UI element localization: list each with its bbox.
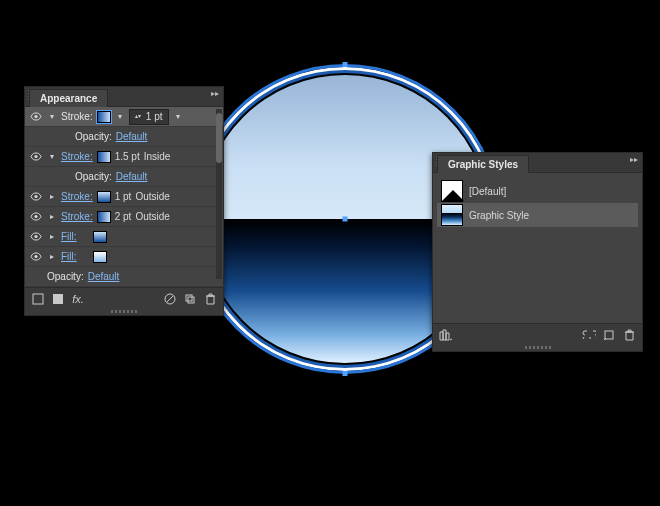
selection-handle[interactable] (343, 217, 348, 222)
graphic-styles-body: [Default] Graphic Style (433, 173, 642, 323)
duplicate-item-icon[interactable] (183, 292, 197, 306)
swatch-dropdown-icon[interactable]: ▾ (115, 112, 125, 121)
svg-rect-7 (53, 294, 63, 304)
stroke-align-value: Outside (135, 191, 169, 202)
appearance-row-opacity[interactable]: Opacity: Default (25, 167, 223, 187)
svg-rect-12 (605, 331, 613, 339)
scrollbar[interactable] (216, 109, 222, 279)
stroke-weight-value: 1 pt (146, 111, 163, 122)
delete-style-icon[interactable] (622, 328, 636, 342)
graphic-styles-panel: Graphic Styles ▸▸ [Default] Graphic Styl… (432, 152, 643, 352)
stroke-label: Stroke: (61, 111, 93, 122)
panel-collapse-icon[interactable]: ▸▸ (211, 89, 219, 98)
svg-point-2 (34, 195, 37, 198)
stroke-label[interactable]: Stroke: (61, 211, 93, 222)
chevron-right-icon[interactable]: ▸ (47, 252, 57, 261)
panel-collapse-icon[interactable]: ▸▸ (630, 155, 638, 164)
appearance-footer: fx. (25, 287, 223, 309)
svg-rect-6 (33, 294, 43, 304)
delete-item-icon[interactable] (203, 292, 217, 306)
svg-point-4 (34, 235, 37, 238)
style-name: [Default] (469, 186, 506, 197)
svg-rect-10 (186, 295, 192, 301)
style-name: Graphic Style (469, 210, 529, 221)
selection-handle[interactable] (343, 62, 348, 67)
stroke-label[interactable]: Stroke: (61, 151, 93, 162)
visibility-icon[interactable] (29, 150, 43, 164)
tab-appearance[interactable]: Appearance (29, 89, 108, 107)
chevron-down-icon[interactable]: ▾ (47, 112, 57, 121)
panel-resize-grip[interactable] (25, 309, 223, 315)
fill-label[interactable]: Fill: (61, 251, 77, 262)
appearance-row-stroke[interactable]: ▾ Stroke: ▾ ▴▾ 1 pt ▾ (25, 107, 223, 127)
opacity-label: Opacity: (75, 131, 112, 142)
tab-graphic-styles[interactable]: Graphic Styles (437, 155, 529, 173)
scrollbar-thumb[interactable] (216, 113, 222, 163)
stroke-weight-value: 2 pt (115, 211, 132, 222)
graphic-styles-footer (433, 323, 642, 345)
opacity-value[interactable]: Default (116, 171, 148, 182)
opacity-label: Opacity: (75, 171, 112, 182)
appearance-row-opacity[interactable]: Opacity: Default (25, 127, 223, 147)
clear-appearance-icon[interactable] (163, 292, 177, 306)
stroke-swatch[interactable] (97, 191, 111, 203)
new-style-icon[interactable] (602, 328, 616, 342)
stroke-weight-stepper[interactable]: ▴▾ 1 pt (129, 109, 169, 125)
stroke-swatch[interactable] (97, 111, 111, 123)
chevron-right-icon[interactable]: ▸ (47, 232, 57, 241)
stepper-arrows-icon[interactable]: ▴▾ (135, 114, 143, 119)
opacity-value[interactable]: Default (116, 131, 148, 142)
svg-point-1 (34, 155, 37, 158)
panel-resize-grip[interactable] (433, 345, 642, 351)
styles-library-menu-icon[interactable] (439, 328, 453, 342)
svg-point-0 (34, 115, 37, 118)
appearance-panel: Appearance ▸▸ ▾ Stroke: ▾ ▴▾ 1 pt ▾ Opac… (24, 86, 224, 316)
chevron-right-icon[interactable]: ▸ (47, 212, 57, 221)
panel-tabbar[interactable]: Graphic Styles ▸▸ (433, 153, 642, 173)
stroke-align-value: Outside (135, 211, 169, 222)
fill-swatch[interactable] (93, 251, 107, 263)
graphic-style-item[interactable]: [Default] (437, 179, 638, 203)
visibility-icon[interactable] (29, 210, 43, 224)
stroke-align-value: Inside (144, 151, 171, 162)
appearance-row-fill[interactable]: ▸ Fill: (25, 247, 223, 267)
svg-point-5 (34, 255, 37, 258)
stroke-swatch[interactable] (97, 151, 111, 163)
opacity-value[interactable]: Default (88, 271, 120, 282)
add-fill-icon[interactable] (51, 292, 65, 306)
chevron-right-icon[interactable]: ▸ (47, 192, 57, 201)
visibility-icon[interactable] (29, 110, 43, 124)
stroke-label[interactable]: Stroke: (61, 191, 93, 202)
stroke-swatch[interactable] (97, 211, 111, 223)
chevron-down-icon[interactable]: ▾ (47, 152, 57, 161)
visibility-icon[interactable] (29, 190, 43, 204)
style-thumbnail-default (441, 180, 463, 202)
fill-label[interactable]: Fill: (61, 231, 77, 242)
opacity-label: Opacity: (47, 271, 84, 282)
stroke-weight-value: 1 pt (115, 191, 132, 202)
stroke-weight-value: 1.5 pt (115, 151, 140, 162)
appearance-row-fill[interactable]: ▸ Fill: (25, 227, 223, 247)
selection-handle[interactable] (343, 371, 348, 376)
svg-line-9 (167, 295, 174, 302)
visibility-icon[interactable] (29, 230, 43, 244)
appearance-row-stroke[interactable]: ▸ Stroke: 1 pt Outside (25, 187, 223, 207)
panel-tabbar[interactable]: Appearance ▸▸ (25, 87, 223, 107)
appearance-body: ▾ Stroke: ▾ ▴▾ 1 pt ▾ Opacity: Default ▾… (25, 107, 223, 287)
break-link-icon[interactable] (582, 328, 596, 342)
appearance-row-stroke[interactable]: ▸ Stroke: 2 pt Outside (25, 207, 223, 227)
svg-point-3 (34, 215, 37, 218)
weight-dropdown-icon[interactable]: ▾ (173, 112, 183, 121)
svg-rect-11 (188, 297, 194, 303)
graphic-style-item[interactable]: Graphic Style (437, 203, 638, 227)
add-stroke-icon[interactable] (31, 292, 45, 306)
fill-swatch[interactable] (93, 231, 107, 243)
appearance-row-stroke[interactable]: ▾ Stroke: 1.5 pt Inside (25, 147, 223, 167)
appearance-row-opacity[interactable]: Opacity: Default (25, 267, 223, 287)
add-effect-button[interactable]: fx. (71, 292, 85, 306)
style-thumbnail (441, 204, 463, 226)
visibility-icon[interactable] (29, 250, 43, 264)
